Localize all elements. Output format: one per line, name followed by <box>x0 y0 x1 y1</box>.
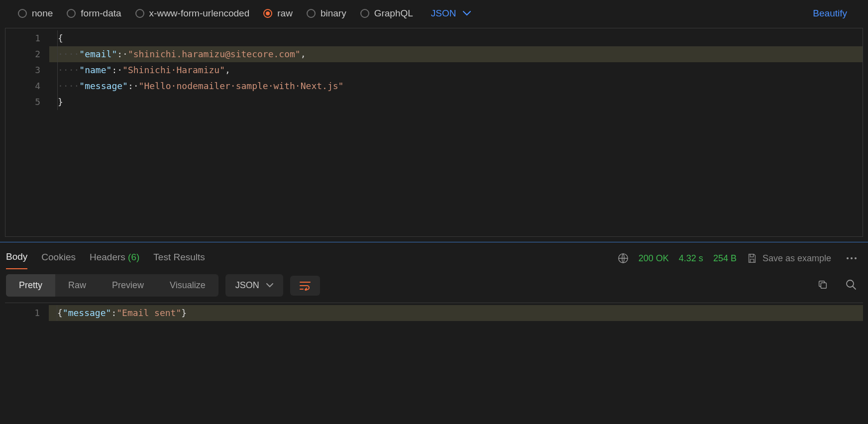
view-mode-group: Pretty Raw Preview Visualize <box>6 274 218 297</box>
radio-icon-selected <box>263 9 272 18</box>
view-pretty[interactable]: Pretty <box>6 274 55 297</box>
line-gutter: 1 <box>5 303 49 321</box>
beautify-button[interactable]: Beautify <box>813 8 847 19</box>
tab-headers-label: Headers <box>90 252 125 262</box>
radio-form-data[interactable]: form-data <box>67 8 121 19</box>
response-tabs: Body Cookies Headers (6) Test Results 20… <box>0 242 868 269</box>
view-preview[interactable]: Preview <box>99 274 157 297</box>
tab-headers[interactable]: Headers (6) <box>90 248 139 269</box>
raw-type-label: JSON <box>431 8 456 19</box>
copy-icon <box>817 279 828 290</box>
request-body-editor[interactable]: 1 2 3 4 5 { ····"email":·"shinichi.haram… <box>5 28 863 237</box>
save-as-example-button[interactable]: Save as example <box>747 253 831 264</box>
code-area[interactable]: { ····"email":·"shinichi.haramizu@siteco… <box>49 28 863 236</box>
radio-icon <box>307 9 316 18</box>
radio-icon <box>135 9 144 18</box>
radio-label: raw <box>277 8 293 19</box>
tab-cookies[interactable]: Cookies <box>41 248 76 269</box>
radio-raw[interactable]: raw <box>263 8 293 19</box>
search-button[interactable] <box>840 276 862 296</box>
radio-urlencoded[interactable]: x-www-form-urlencoded <box>135 8 250 19</box>
radio-none[interactable]: none <box>18 8 53 19</box>
radio-icon <box>18 9 27 18</box>
wrap-lines-button[interactable] <box>290 276 320 296</box>
radio-icon <box>67 9 76 18</box>
network-icon[interactable] <box>618 253 629 264</box>
svg-point-3 <box>855 257 857 259</box>
view-raw[interactable]: Raw <box>55 274 99 297</box>
wrap-icon <box>299 281 311 291</box>
response-size: 254 B <box>713 253 737 264</box>
save-as-example-label: Save as example <box>762 253 831 264</box>
save-icon <box>747 253 758 264</box>
response-view-toolbar: Pretty Raw Preview Visualize JSON <box>0 269 868 303</box>
radio-graphql[interactable]: GraphQL <box>360 8 413 19</box>
status-code: 200 OK <box>639 253 669 264</box>
svg-point-1 <box>847 257 849 259</box>
radio-label: none <box>32 8 53 19</box>
radio-label: form-data <box>81 8 121 19</box>
radio-binary[interactable]: binary <box>307 8 346 19</box>
radio-label: binary <box>321 8 346 19</box>
radio-label: GraphQL <box>374 8 413 19</box>
more-icon[interactable] <box>841 254 862 263</box>
response-body-editor[interactable]: 1 {"message":"Email sent"} <box>5 303 863 321</box>
svg-rect-4 <box>821 283 826 288</box>
tab-body[interactable]: Body <box>6 247 27 269</box>
response-time: 4.32 s <box>679 253 703 264</box>
chevron-down-icon <box>266 283 273 288</box>
body-type-selector: none form-data x-www-form-urlencoded raw… <box>0 0 868 28</box>
headers-count: (6) <box>128 252 139 262</box>
code-area[interactable]: {"message":"Email sent"} <box>49 303 863 321</box>
response-type-dropdown[interactable]: JSON <box>225 274 283 297</box>
tab-test-results[interactable]: Test Results <box>153 248 205 269</box>
radio-icon <box>360 9 369 18</box>
response-type-label: JSON <box>235 280 259 291</box>
radio-label: x-www-form-urlencoded <box>149 8 250 19</box>
svg-point-2 <box>851 257 853 259</box>
copy-button[interactable] <box>812 276 833 295</box>
view-visualize[interactable]: Visualize <box>157 274 218 297</box>
raw-type-dropdown[interactable]: JSON <box>431 8 471 19</box>
line-gutter: 1 2 3 4 5 <box>5 28 49 236</box>
chevron-down-icon <box>463 11 471 16</box>
search-icon <box>845 279 857 291</box>
